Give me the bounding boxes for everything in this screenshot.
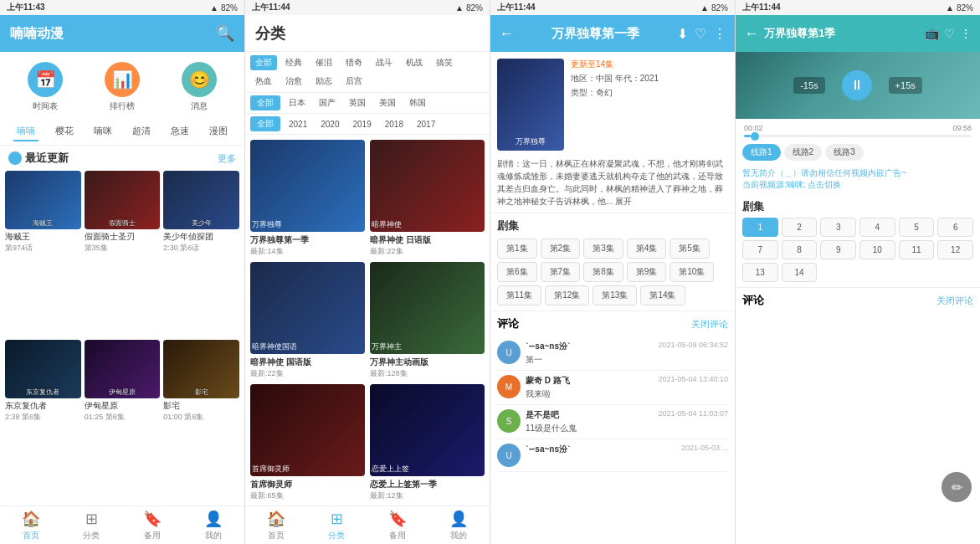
episode-btn[interactable]: 第11集 [497, 285, 541, 305]
year-all-tag[interactable]: 全部 [250, 116, 280, 131]
tab-sakura[interactable]: 樱花 [52, 122, 77, 141]
ep-btn-13[interactable]: 13 [742, 263, 778, 282]
more-icon-4[interactable]: ⋮ [960, 27, 972, 40]
progress-handle[interactable] [751, 132, 759, 141]
forward-btn[interactable]: +15s [889, 77, 922, 94]
ep-btn-10[interactable]: 10 [859, 240, 895, 259]
list-item[interactable]: 暗界神使国语 暗界神使 国语版 最新:22集 [250, 262, 365, 379]
ep-btn-2[interactable]: 2 [782, 218, 818, 237]
filter-battle[interactable]: 战斗 [371, 55, 398, 70]
switch-source-link[interactable]: 当前视频源:喃咪; 点击切换 [742, 180, 841, 189]
episode-btn[interactable]: 第6集 [497, 262, 537, 282]
episode-btn[interactable]: 第13集 [593, 285, 637, 305]
tab-whisper[interactable]: 喃咪 [90, 122, 115, 141]
ep-btn-3[interactable]: 3 [820, 218, 856, 237]
list-item[interactable]: 美少年 美少年侦探团 2:30 第6话 [163, 171, 239, 336]
list-item[interactable]: 万界独尊 万界独尊第一季 最新:14集 [250, 140, 365, 257]
tab-nannan[interactable]: 喃喃 [13, 122, 38, 141]
search-icon[interactable]: 🔍 [216, 24, 234, 43]
ep-btn-7[interactable]: 7 [742, 240, 778, 259]
tv-icon[interactable]: 📺 [925, 27, 939, 40]
episode-btn[interactable]: 第14集 [640, 285, 685, 305]
ep-btn-9[interactable]: 9 [820, 240, 856, 259]
filter-mecha[interactable]: 机战 [401, 55, 428, 70]
filter-2019[interactable]: 2019 [348, 118, 377, 131]
ep-btn-14[interactable]: 14 [782, 263, 818, 282]
region-all-tag[interactable]: 全部 [250, 95, 280, 110]
filter-2020[interactable]: 2020 [316, 118, 344, 131]
episode-btn[interactable]: 第3集 [583, 239, 623, 259]
source-tab-1[interactable]: 线路1 [742, 144, 781, 161]
more-link[interactable]: 更多 [218, 152, 236, 165]
nav-mine[interactable]: 👤 我的 [204, 510, 223, 541]
ranking-shortcut[interactable]: 📊 排行榜 [105, 62, 140, 112]
filter-comedy[interactable]: 搞笑 [431, 55, 458, 70]
fav-icon-4[interactable]: ♡ [944, 27, 955, 40]
filter-strange[interactable]: 猎奇 [341, 55, 367, 70]
tab-uhd[interactable]: 超清 [129, 122, 154, 141]
list-item[interactable]: 暗界神使 暗界神使 日语版 最新:22集 [370, 140, 485, 257]
episode-btn[interactable]: 第9集 [627, 262, 667, 282]
list-item[interactable]: 万界神主 万界神主动画版 最新:128集 [370, 262, 485, 379]
favorite-icon[interactable]: ♡ [695, 26, 706, 42]
nav-cat-2[interactable]: ⊞ 分类 [328, 510, 345, 541]
nav-tools[interactable]: 🔖 备用 [143, 510, 162, 541]
filter-all-genre[interactable]: 全部 [250, 55, 277, 70]
nav-home-2[interactable]: 🏠 首页 [267, 510, 285, 541]
filter-uk[interactable]: 英国 [344, 95, 371, 110]
episode-btn[interactable]: 第12集 [545, 285, 589, 305]
ep-btn-1[interactable]: 1 [742, 218, 778, 237]
filter-inspire[interactable]: 励志 [310, 74, 337, 89]
ep-btn-5[interactable]: 5 [899, 218, 935, 237]
episode-btn[interactable]: 第7集 [541, 262, 581, 282]
filter-japan[interactable]: 日本 [284, 95, 310, 110]
filter-action[interactable]: 热血 [250, 74, 277, 89]
news-shortcut[interactable]: 😊 消息 [182, 62, 217, 112]
schedule-shortcut[interactable]: 📅 时间表 [28, 62, 63, 112]
filter-healing[interactable]: 治愈 [280, 74, 307, 89]
episode-btn[interactable]: 第10集 [670, 262, 714, 282]
nav-category[interactable]: ⊞ 分类 [83, 510, 100, 541]
nav-home[interactable]: 🏠 首页 [22, 510, 40, 541]
list-item[interactable]: 假面骑士 假面骑士圣刃 第35集 [85, 171, 161, 336]
list-item[interactable]: 恋爱上上签 恋爱上上签第一季 最新:12集 [370, 384, 485, 501]
progress-bar[interactable] [744, 135, 972, 137]
filter-2017[interactable]: 2017 [412, 118, 440, 131]
tab-fast[interactable]: 急速 [167, 122, 192, 141]
ep-btn-4[interactable]: 4 [859, 218, 895, 237]
source-tab-2[interactable]: 线路2 [784, 144, 823, 161]
back-icon[interactable]: ← [499, 25, 514, 43]
filter-classic[interactable]: 经典 [280, 55, 307, 70]
download-icon[interactable]: ⬇ [677, 26, 688, 42]
play-pause-btn[interactable]: ⏸ [842, 70, 872, 100]
ep-btn-12[interactable]: 12 [937, 240, 973, 259]
rewind-btn[interactable]: -15s [793, 77, 824, 94]
fab-edit-btn[interactable]: ✏ [942, 472, 972, 502]
list-item[interactable]: 东京复仇者 东京复仇者 2:38 第6集 [5, 340, 81, 506]
list-item[interactable]: 影宅 影宅 01:00 第6集 [163, 340, 239, 506]
ep-btn-6[interactable]: 6 [937, 218, 973, 237]
episode-btn[interactable]: 第1集 [497, 239, 537, 259]
filter-2018[interactable]: 2018 [380, 118, 408, 131]
episode-btn[interactable]: 第2集 [541, 239, 581, 259]
list-item[interactable]: 首席御灵师 首席御灵师 最新:65集 [250, 384, 365, 501]
nav-mine-2[interactable]: 👤 我的 [449, 510, 468, 541]
more-icon[interactable]: ⋮ [713, 26, 726, 42]
filter-tear[interactable]: 催泪 [310, 55, 337, 70]
filter-2021[interactable]: 2021 [284, 118, 312, 131]
ep-btn-11[interactable]: 11 [899, 240, 935, 259]
filter-harem[interactable]: 后宫 [341, 74, 367, 89]
episode-btn[interactable]: 第8集 [583, 262, 623, 282]
nav-tools-2[interactable]: 🔖 备用 [388, 510, 407, 541]
close-comments-btn-4[interactable]: 关闭评论 [936, 295, 973, 307]
filter-us[interactable]: 美国 [374, 95, 401, 110]
filter-china[interactable]: 国产 [314, 95, 341, 110]
back-icon-4[interactable]: ← [744, 25, 759, 43]
episode-btn[interactable]: 第4集 [627, 239, 667, 259]
ep-btn-8[interactable]: 8 [782, 240, 818, 259]
episode-btn[interactable]: 第5集 [670, 239, 710, 259]
source-tab-3[interactable]: 线路3 [825, 144, 864, 161]
tab-comic[interactable]: 漫图 [206, 122, 231, 141]
list-item[interactable]: 海贼王 海贼王 第974话 [5, 171, 81, 336]
filter-korea[interactable]: 韩国 [404, 95, 431, 110]
